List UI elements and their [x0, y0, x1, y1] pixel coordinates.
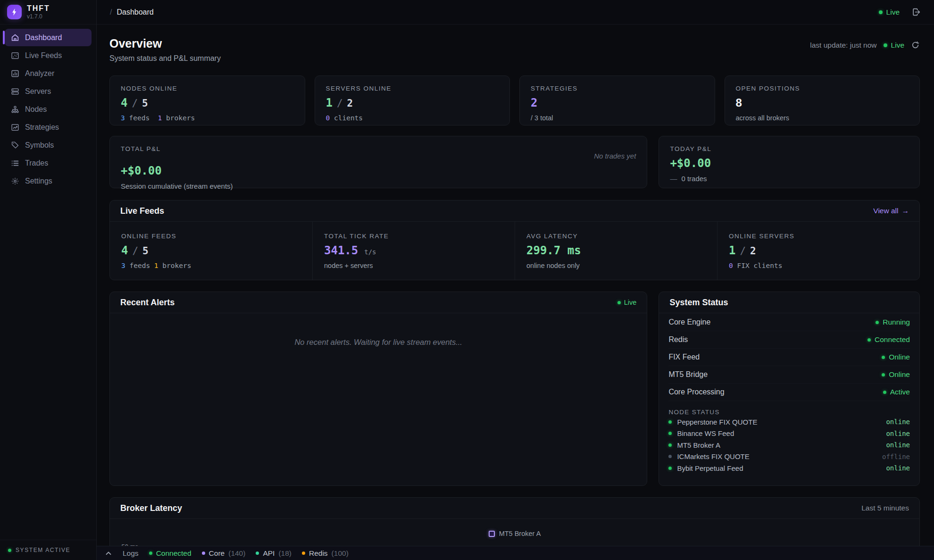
- logout-button[interactable]: [912, 8, 921, 17]
- status-dot: [882, 373, 885, 376]
- sidebar-item-analyzer[interactable]: Analyzer: [5, 65, 92, 82]
- cell-online-feeds: ONLINE FEEDS 4 / 5 3 feeds 1 brokers: [110, 222, 312, 280]
- gear-icon: [11, 177, 19, 185]
- legend-swatch-mt5-broker-a[interactable]: [489, 531, 495, 537]
- live-dot: [884, 43, 887, 47]
- bar-chart-icon: [11, 69, 19, 78]
- main-content: Overview System status and P&L summary l…: [97, 25, 934, 560]
- stat-value: 1: [326, 96, 333, 109]
- home-icon: [11, 33, 19, 42]
- card-servers-online: SERVERS ONLINE 1 / 2 0 clients: [315, 75, 510, 125]
- breadcrumb[interactable]: Dashboard: [117, 8, 153, 17]
- system-active-status: SYSTEM ACTIVE: [0, 540, 96, 560]
- sidebar-item-symbols[interactable]: Symbols: [5, 136, 92, 154]
- sidebar-item-label: Servers: [25, 87, 51, 96]
- node-row: Pepperstone FIX QUOTE online: [668, 417, 910, 427]
- pnl-label: TOTAL P&L: [121, 145, 161, 152]
- time-range-label: Last 5 minutes: [861, 504, 909, 512]
- sidebar-item-label: Settings: [25, 177, 52, 185]
- last-update-text: last update: just now: [810, 41, 876, 50]
- stats-row: NODES ONLINE 4 / 5 3 feeds 1 brokers SER…: [109, 75, 920, 125]
- sidebar-item-label: Nodes: [25, 105, 47, 114]
- node-row: Binance WS Feed online: [668, 428, 910, 439]
- pnl-row: TOTAL P&L No trades yet +$0.00 Session c…: [109, 136, 920, 188]
- node-dot: [668, 432, 672, 435]
- system-status-panel: System Status Core Engine Running Redis …: [659, 292, 920, 486]
- stat-label: OPEN POSITIONS: [736, 85, 909, 92]
- stat-label: STRATEGIES: [531, 85, 704, 92]
- arrow-right-icon: →: [902, 207, 909, 215]
- service-row: MT5 Bridge Online: [668, 366, 910, 384]
- sidebar-item-label: Analyzer: [25, 69, 54, 78]
- status-dot: [883, 391, 886, 394]
- sidebar-item-label: Strategies: [25, 123, 59, 132]
- alerts-live-indicator: Live: [617, 299, 637, 306]
- connection-status: Connected: [149, 549, 192, 558]
- today-pnl-sub: —0 trades: [670, 175, 909, 183]
- cell-tick-rate: TOTAL TICK RATE 341.5 t/s nodes + server…: [312, 222, 515, 280]
- status-dot: [8, 549, 11, 552]
- breadcrumb-separator: /: [110, 8, 112, 17]
- bolt-icon: [10, 8, 18, 16]
- live-dot: [879, 10, 883, 14]
- refresh-button[interactable]: [911, 41, 920, 50]
- logout-icon: [912, 8, 921, 17]
- sidebar-nav: Dashboard Live Feeds Analyzer Servers No…: [0, 25, 96, 540]
- legend-label: MT5 Broker A: [499, 530, 541, 537]
- page-subtitle: System status and P&L summary: [109, 54, 221, 63]
- broker-latency-title: Broker Latency: [120, 503, 182, 513]
- app-name: THFT: [27, 4, 50, 13]
- service-row: Redis Connected: [668, 331, 910, 349]
- overview-live-indicator: Live: [884, 41, 904, 50]
- node-row: Bybit Perpetual Feed online: [668, 463, 910, 474]
- no-trades-note: No trades yet: [594, 152, 636, 160]
- stat-sub: 3 feeds 1 brokers: [121, 114, 294, 122]
- service-row: FIX Feed Online: [668, 349, 910, 366]
- live-feeds-panel: Live Feeds View all → ONLINE FEEDS 4 / 5…: [109, 200, 920, 280]
- total-pnl-value: +$0.00: [121, 164, 636, 177]
- refresh-icon: [911, 41, 920, 50]
- node-dot: [668, 455, 672, 458]
- chevron-up-icon: [105, 550, 112, 557]
- sidebar-item-settings[interactable]: Settings: [5, 172, 92, 190]
- api-dot: [256, 552, 259, 555]
- node-status-label: NODE STATUS: [668, 409, 910, 416]
- sidebar-item-live-feeds[interactable]: Live Feeds: [5, 47, 92, 64]
- alerts-empty-message: No recent alerts. Waiting for live strea…: [294, 338, 462, 347]
- nodes-icon: [11, 105, 19, 114]
- view-all-link[interactable]: View all →: [873, 207, 909, 215]
- stat-value: 2: [531, 96, 537, 109]
- list-icon: [11, 159, 19, 167]
- cell-online-servers: ONLINE SERVERS 1 / 2 0 FIX clients: [717, 222, 919, 280]
- recent-alerts-panel: Recent Alerts Live No recent alerts. Wai…: [109, 292, 647, 486]
- sidebar-item-trades[interactable]: Trades: [5, 154, 92, 172]
- logs-label[interactable]: Logs: [123, 549, 139, 558]
- logs-expand-button[interactable]: [105, 550, 112, 557]
- sidebar-item-label: Dashboard: [25, 33, 62, 42]
- sidebar-item-strategies[interactable]: Strategies: [5, 118, 92, 136]
- card-open-positions: OPEN POSITIONS 8 across all brokers: [725, 75, 920, 125]
- sidebar-item-servers[interactable]: Servers: [5, 83, 92, 100]
- sidebar-item-nodes[interactable]: Nodes: [5, 100, 92, 118]
- log-count-api: API (18): [256, 549, 292, 558]
- alerts-status-row: Recent Alerts Live No recent alerts. Wai…: [109, 292, 920, 486]
- logs-bar: Logs Connected Core (140) API (18) Redis…: [97, 546, 934, 560]
- sidebar-item-dashboard[interactable]: Dashboard: [5, 29, 92, 46]
- pnl-label: TODAY P&L: [670, 145, 909, 152]
- sidebar-item-label: Symbols: [25, 141, 54, 150]
- cell-avg-latency: AVG LATENCY 299.7 ms online nodes only: [515, 222, 717, 280]
- app-logo-row: THFT v1.7.0: [0, 0, 96, 25]
- node-row: ICMarkets FIX QUOTE offline: [668, 451, 910, 462]
- chart-legend: MT5 Broker A: [110, 519, 919, 542]
- page-title: Overview: [109, 37, 221, 50]
- stat-label: SERVERS ONLINE: [326, 85, 499, 92]
- stat-sub: / 3 total: [531, 114, 704, 122]
- app-version: v1.7.0: [27, 13, 50, 20]
- live-indicator: Live: [879, 8, 900, 17]
- overview-header: Overview System status and P&L summary l…: [109, 37, 920, 63]
- tag-icon: [11, 141, 19, 150]
- log-count-redis: Redis (100): [302, 549, 349, 558]
- service-row: Core Processing Active: [668, 384, 910, 401]
- recent-alerts-title: Recent Alerts: [120, 298, 175, 308]
- node-dot: [668, 443, 672, 447]
